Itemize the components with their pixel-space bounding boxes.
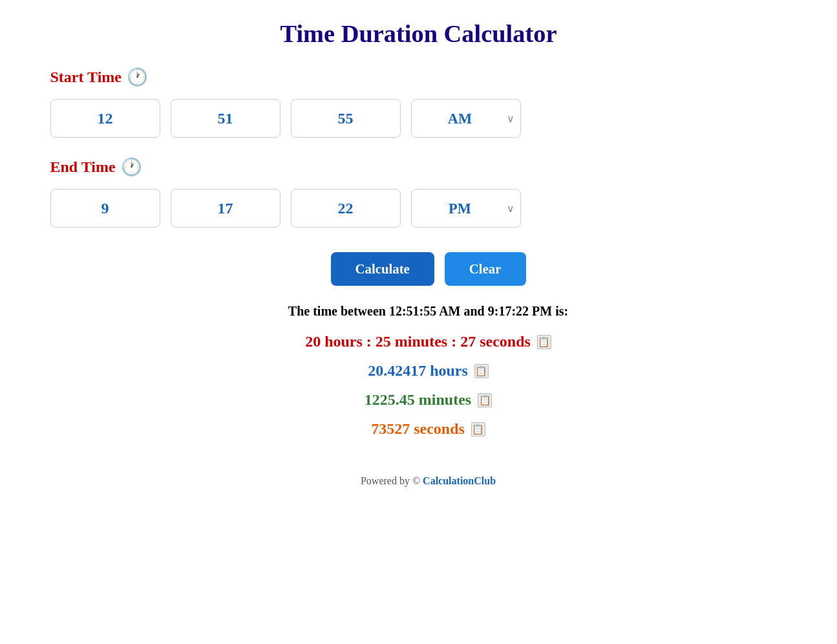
start-time-row: AM PM (50, 99, 807, 138)
result-seconds-line: 73527 seconds (371, 420, 485, 438)
clipboard-hours-icon[interactable] (474, 364, 489, 378)
clipboard-seconds-icon[interactable] (471, 422, 485, 436)
result-hms-line: 20 hours : 25 minutes : 27 seconds (305, 333, 551, 350)
start-second-input[interactable] (291, 99, 401, 138)
footer-text: Powered by © (361, 475, 423, 486)
clipboard-minutes-icon[interactable] (478, 393, 492, 407)
start-clock-icon: 🕐 (127, 67, 148, 87)
result-minutes-value: 1225.45 minutes (365, 391, 471, 409)
calculate-button[interactable]: Calculate (331, 252, 434, 286)
start-minute-input[interactable] (171, 99, 281, 138)
start-ampm-select[interactable]: AM PM (411, 99, 521, 138)
page-title: Time Duration Calculator (281, 19, 557, 48)
result-seconds-value: 73527 seconds (371, 420, 465, 438)
start-hour-input[interactable] (50, 99, 160, 138)
result-decimal-hours-line: 20.42417 hours (368, 362, 489, 380)
end-ampm-wrapper: AM PM (411, 189, 521, 228)
end-hour-input[interactable] (50, 189, 160, 228)
end-clock-icon: 🕐 (121, 157, 142, 177)
footer: Powered by © CalculationClub (361, 475, 496, 487)
end-time-label: End Time 🕐 (50, 157, 807, 177)
start-time-text: Start Time (50, 69, 122, 86)
end-minute-input[interactable] (171, 189, 281, 228)
buttons-row: Calculate Clear (331, 252, 526, 286)
result-hms-value: 20 hours : 25 minutes : 27 seconds (305, 333, 531, 350)
result-description: The time between 12:51:55 AM and 9:17:22… (288, 304, 568, 319)
end-second-input[interactable] (291, 189, 401, 228)
clipboard-hms-icon[interactable] (537, 335, 551, 349)
result-decimal-hours-value: 20.42417 hours (368, 362, 468, 380)
start-time-label: Start Time 🕐 (50, 67, 807, 87)
footer-brand[interactable]: CalculationClub (423, 475, 496, 486)
end-time-row: AM PM (50, 189, 807, 228)
clear-button[interactable]: Clear (445, 252, 526, 286)
result-minutes-line: 1225.45 minutes (365, 391, 492, 409)
start-ampm-wrapper: AM PM (411, 99, 521, 138)
end-time-text: End Time (50, 158, 116, 176)
end-ampm-select[interactable]: AM PM (411, 189, 521, 228)
